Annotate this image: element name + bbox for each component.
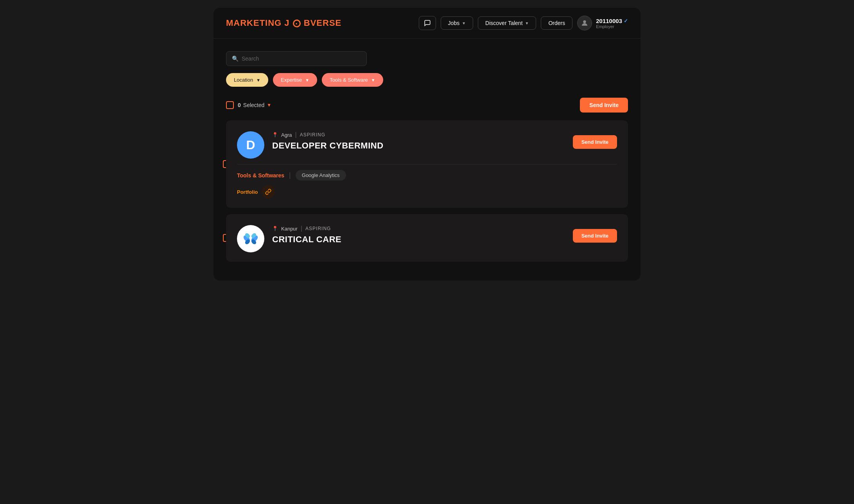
candidate-card-2: 📍 Kanpur | ASPIRING CRITICAL CARE Send I… <box>226 214 628 262</box>
send-invite-2-button[interactable]: Send Invite <box>573 229 617 243</box>
location-pin-1: 📍 <box>272 132 278 138</box>
user-avatar <box>577 16 592 30</box>
card-row-1: D 📍 Agra | ASPIRING DEVELOPER CYBERMIND … <box>237 131 617 159</box>
orders-button[interactable]: Orders <box>541 16 572 30</box>
header: MARKETING J ● BVERSE Jobs ▼ Discover Tal… <box>214 8 640 39</box>
avatar-2 <box>237 225 264 252</box>
card-row-2: 📍 Kanpur | ASPIRING CRITICAL CARE Send I… <box>237 225 617 252</box>
selected-dropdown-icon[interactable]: ▼ <box>267 102 271 108</box>
card-details-1: Tools & Softwares | Google Analytics Por… <box>237 170 346 198</box>
card-meta-1: 📍 Agra | ASPIRING <box>272 131 573 138</box>
selected-label: 0 Selected ▼ <box>238 102 271 108</box>
search-container: 🔍 <box>226 51 628 66</box>
tools-section-1: Tools & Softwares | Google Analytics <box>237 170 346 181</box>
send-invite-1-button[interactable]: Send Invite <box>573 135 617 149</box>
tools-label: Tools & Software <box>330 77 368 83</box>
candidate-card-wrapper-2: 📍 Kanpur | ASPIRING CRITICAL CARE Send I… <box>226 214 628 262</box>
card-type-1: ASPIRING <box>300 132 325 138</box>
tools-filter[interactable]: Tools & Software ▼ <box>322 73 383 87</box>
user-info: 20110003 ✓ Employer <box>596 18 628 29</box>
selected-count: 0 <box>238 102 241 108</box>
location-chevron: ▼ <box>256 78 260 82</box>
avatar-1: D <box>237 131 264 159</box>
app-container: MARKETING J ● BVERSE Jobs ▼ Discover Tal… <box>214 8 640 281</box>
selected-text: Selected <box>243 102 264 108</box>
jobs-button[interactable]: Jobs ▼ <box>441 16 473 30</box>
portfolio-section-1: Portfolio <box>237 185 346 198</box>
discover-talent-button[interactable]: Discover Talent ▼ <box>478 16 536 30</box>
card-name-2: CRITICAL CARE <box>272 234 573 245</box>
user-role: Employer <box>596 24 628 29</box>
portfolio-link-1[interactable] <box>262 185 275 198</box>
search-input[interactable] <box>242 55 361 62</box>
jobs-label: Jobs <box>448 20 460 26</box>
send-invite-main-button[interactable]: Send Invite <box>580 98 628 113</box>
card-type-2: ASPIRING <box>305 226 331 231</box>
meta-divider-1: | <box>295 131 296 138</box>
orders-label: Orders <box>548 20 565 26</box>
selection-row: 0 Selected ▼ Send Invite <box>226 98 628 113</box>
logo: MARKETING J ● BVERSE <box>226 18 341 28</box>
location-label: Location <box>234 77 253 83</box>
tools-chevron: ▼ <box>371 78 375 82</box>
meta-divider-2: | <box>301 225 302 232</box>
jobs-chevron: ▼ <box>462 21 466 25</box>
portfolio-label-1: Portfolio <box>237 189 258 195</box>
card-meta-2: 📍 Kanpur | ASPIRING <box>272 225 573 232</box>
discover-chevron: ▼ <box>525 21 529 25</box>
tools-label-1: Tools & Softwares <box>237 172 284 179</box>
svg-point-0 <box>583 20 586 23</box>
header-right: Jobs ▼ Discover Talent ▼ Orders <box>419 16 628 30</box>
selection-left: 0 Selected ▼ <box>226 101 271 109</box>
card-info-2: 📍 Kanpur | ASPIRING CRITICAL CARE <box>272 225 573 245</box>
card-info-1: 📍 Agra | ASPIRING DEVELOPER CYBERMIND <box>272 131 573 151</box>
candidate-card-1: D 📍 Agra | ASPIRING DEVELOPER CYBERMIND … <box>226 120 628 208</box>
user-section: 20110003 ✓ Employer <box>577 16 628 30</box>
verified-badge: ✓ <box>624 18 628 24</box>
card-bottom-1: Tools & Softwares | Google Analytics Por… <box>237 170 617 198</box>
card-location-1: Agra <box>281 132 292 138</box>
main-content: 🔍 Location ▼ Expertise ▼ Tools & Softwar… <box>214 39 640 281</box>
card-left-1: D 📍 Agra | ASPIRING DEVELOPER CYBERMIND <box>237 131 573 159</box>
tool-tag-google-analytics: Google Analytics <box>296 170 346 181</box>
search-box: 🔍 <box>226 51 367 66</box>
filters-row: Location ▼ Expertise ▼ Tools & Software … <box>226 73 628 87</box>
select-all-checkbox[interactable] <box>226 101 234 109</box>
tools-divider-1: | <box>289 171 291 179</box>
card-left-2: 📍 Kanpur | ASPIRING CRITICAL CARE <box>237 225 573 252</box>
candidate-card-wrapper-1: D 📍 Agra | ASPIRING DEVELOPER CYBERMIND … <box>226 120 628 208</box>
location-filter[interactable]: Location ▼ <box>226 73 268 87</box>
card-location-2: Kanpur <box>281 226 298 232</box>
svg-point-1 <box>239 227 262 250</box>
expertise-label: Expertise <box>281 77 302 83</box>
discover-talent-label: Discover Talent <box>485 20 522 26</box>
chat-button[interactable] <box>419 16 436 30</box>
expertise-filter[interactable]: Expertise ▼ <box>273 73 317 87</box>
location-pin-2: 📍 <box>272 226 278 231</box>
card-name-1: DEVELOPER CYBERMIND <box>272 141 573 151</box>
search-icon: 🔍 <box>232 55 239 62</box>
user-id: 20110003 ✓ <box>596 18 628 24</box>
expertise-chevron: ▼ <box>305 78 309 82</box>
